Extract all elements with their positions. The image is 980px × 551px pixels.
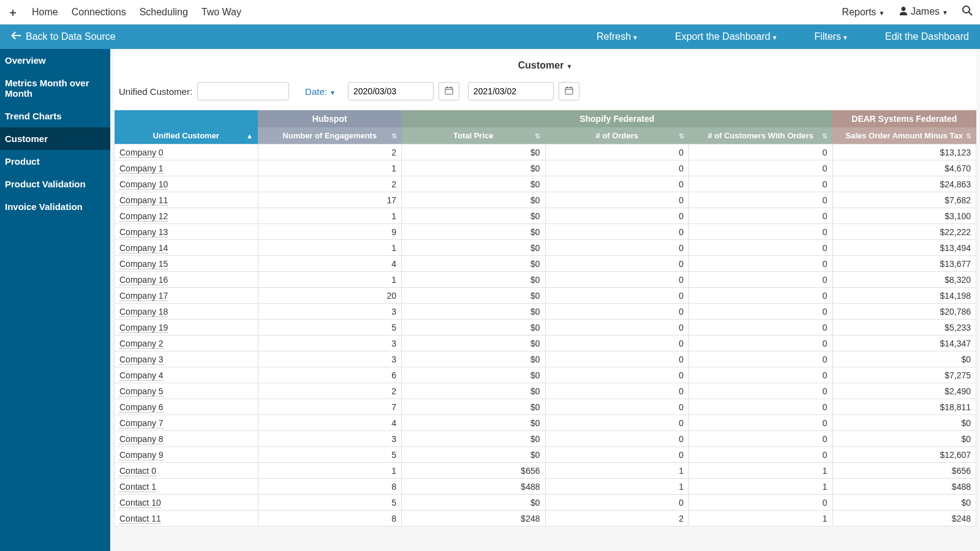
refresh-dropdown[interactable]: Refresh▼ <box>597 31 638 42</box>
cell-name[interactable]: Contact 1 <box>115 479 258 495</box>
cell-engagements: 5 <box>258 320 402 335</box>
col-engagements[interactable]: Number of Engagements⇅ <box>258 127 402 144</box>
cell-engagements: 6 <box>258 367 402 383</box>
nav-connections[interactable]: Connections <box>72 7 126 18</box>
cell-engagements: 4 <box>258 415 402 431</box>
cell-name[interactable]: Contact 11 <box>115 511 258 527</box>
cell-sales: $24,863 <box>832 176 976 192</box>
add-icon[interactable]: ＋ <box>7 5 18 20</box>
cell-name[interactable]: Company 4 <box>115 367 258 383</box>
cell-orders: 0 <box>545 495 689 511</box>
cell-name[interactable]: Company 2 <box>115 335 258 351</box>
cell-orders: 0 <box>545 367 689 383</box>
cell-name[interactable]: Company 1 <box>115 160 258 176</box>
date-start-input[interactable] <box>348 82 434 100</box>
cell-orders: 1 <box>545 479 689 495</box>
filters-dropdown[interactable]: Filters▼ <box>815 31 848 42</box>
col-unified-customer[interactable]: Unified Customer▲ <box>115 127 258 144</box>
cell-name[interactable]: Company 15 <box>115 256 258 272</box>
cell-total-price: $0 <box>402 304 546 320</box>
col-orders[interactable]: # of Orders⇅ <box>545 127 689 144</box>
cell-name[interactable]: Company 6 <box>115 399 258 415</box>
cell-name[interactable]: Company 9 <box>115 447 258 463</box>
cell-engagements: 4 <box>258 256 402 272</box>
col-label: # of Customers With Orders <box>707 131 813 140</box>
table-row: Company 102$000$24,863 <box>115 176 976 192</box>
cell-name[interactable]: Contact 0 <box>115 463 258 479</box>
cell-total-price: $0 <box>402 192 546 208</box>
cell-total-price: $0 <box>402 367 546 383</box>
cell-name[interactable]: Company 0 <box>115 144 258 160</box>
cell-customers: 0 <box>689 383 833 399</box>
sidebar-item-trend-charts[interactable]: Trend Charts <box>0 105 110 127</box>
cell-name[interactable]: Company 8 <box>115 431 258 447</box>
edit-dashboard-button[interactable]: Edit the Dashboard <box>885 31 969 42</box>
sidebar-item-overview[interactable]: Overview <box>0 49 110 72</box>
nav-scheduling[interactable]: Scheduling <box>140 7 188 18</box>
col-customers-with-orders[interactable]: # of Customers With Orders⇅ <box>689 127 833 144</box>
user-dropdown[interactable]: James▼ <box>899 6 948 18</box>
cell-name[interactable]: Company 16 <box>115 272 258 288</box>
cell-name[interactable]: Company 19 <box>115 320 258 335</box>
cell-customers: 0 <box>689 304 833 320</box>
date-end-input[interactable] <box>468 82 554 100</box>
cell-customers: 0 <box>689 320 833 335</box>
refresh-label: Refresh <box>597 31 631 42</box>
cell-name[interactable]: Company 14 <box>115 240 258 256</box>
cell-customers: 0 <box>689 288 833 304</box>
sidebar-item-metrics-month-over-month[interactable]: Metrics Month over Month <box>0 72 110 105</box>
date-end-calendar-button[interactable] <box>559 82 579 100</box>
cell-name[interactable]: Company 18 <box>115 304 258 320</box>
cell-engagements: 5 <box>258 447 402 463</box>
cell-customers: 0 <box>689 160 833 176</box>
cell-customers: 0 <box>689 272 833 288</box>
table-row: Company 154$000$13,677 <box>115 256 976 272</box>
cell-sales: $12,607 <box>832 447 976 463</box>
arrow-left-icon <box>11 31 21 42</box>
cell-sales: $14,198 <box>832 288 976 304</box>
page-title-dropdown[interactable]: Customer▼ <box>114 56 976 80</box>
cell-sales: $488 <box>832 479 976 495</box>
sidebar-item-customer[interactable]: Customer <box>0 127 110 150</box>
cell-engagements: 3 <box>258 351 402 367</box>
cell-sales: $0 <box>832 495 976 511</box>
cell-orders: 0 <box>545 447 689 463</box>
cell-customers: 0 <box>689 256 833 272</box>
cell-name[interactable]: Company 11 <box>115 192 258 208</box>
sheet: Customer▼ Unified Customer: Date: ▼ Hubs… <box>114 49 976 527</box>
sidebar-item-invoice-validation[interactable]: Invoice Validation <box>0 195 110 218</box>
cell-name[interactable]: Company 17 <box>115 288 258 304</box>
cell-name[interactable]: Company 10 <box>115 176 258 192</box>
back-to-data-source[interactable]: Back to Data Source <box>11 31 116 42</box>
cell-name[interactable]: Company 13 <box>115 224 258 240</box>
cell-total-price: $488 <box>402 479 546 495</box>
export-dropdown[interactable]: Export the Dashboard▼ <box>675 31 778 42</box>
reports-dropdown[interactable]: Reports▼ <box>842 7 885 18</box>
cell-name[interactable]: Company 5 <box>115 383 258 399</box>
cell-name[interactable]: Company 7 <box>115 415 258 431</box>
table-row: Contact 105$000$0 <box>115 495 976 511</box>
nav-home[interactable]: Home <box>32 7 58 18</box>
date-start-calendar-button[interactable] <box>439 82 459 100</box>
cell-customers: 0 <box>689 351 833 367</box>
cell-name[interactable]: Company 12 <box>115 208 258 224</box>
cell-orders: 1 <box>545 463 689 479</box>
cell-sales: $22,222 <box>832 224 976 240</box>
table-row: Contact 18$48811$488 <box>115 479 976 495</box>
cell-orders: 0 <box>545 144 689 160</box>
unified-customer-input[interactable] <box>197 82 289 100</box>
date-dropdown[interactable]: Date: ▼ <box>305 86 336 97</box>
cell-name[interactable]: Company 3 <box>115 351 258 367</box>
sidebar-item-product-validation[interactable]: Product Validation <box>0 173 110 195</box>
cell-sales: $0 <box>832 415 976 431</box>
col-total-price[interactable]: Total Price⇅ <box>402 127 546 144</box>
nav-two-way[interactable]: Two Way <box>202 7 241 18</box>
cell-customers: 0 <box>689 208 833 224</box>
col-sales-order-amount[interactable]: Sales Order Amount Minus Tax⇅ <box>832 127 976 144</box>
search-icon[interactable] <box>962 5 973 19</box>
group-header-dear: DEAR Systems Federated <box>832 110 976 127</box>
caret-down-icon: ▼ <box>632 34 638 41</box>
table-row: Company 121$000$3,100 <box>115 208 976 224</box>
sidebar-item-product[interactable]: Product <box>0 150 110 173</box>
cell-name[interactable]: Contact 10 <box>115 495 258 511</box>
